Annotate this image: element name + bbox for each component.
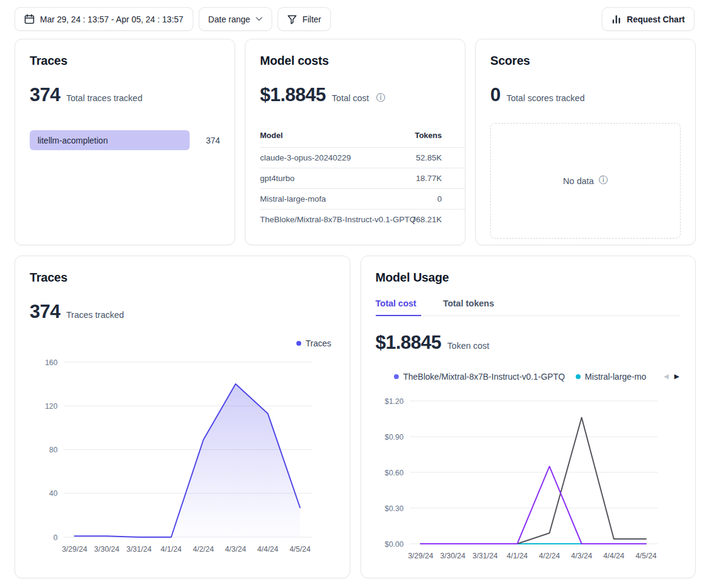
- svg-text:80: 80: [49, 446, 58, 454]
- cell-cost: [442, 189, 465, 210]
- legend-label: TheBloke/Mixtral-8x7B-Instruct-v0.1-GPTQ: [403, 372, 565, 382]
- trace-name-bar-row: litellm-acompletion374: [30, 130, 220, 150]
- date-range-preset-dropdown[interactable]: Date range: [199, 7, 272, 31]
- info-icon[interactable]: ⓘ: [599, 174, 608, 186]
- date-range-preset-label: Date range: [208, 15, 250, 24]
- trace-name-bar[interactable]: litellm-acompletion: [30, 130, 190, 150]
- traces-line-chart[interactable]: 040801201603/29/243/30/243/31/244/1/244/…: [30, 351, 336, 558]
- legend-item[interactable]: TheBloke/Mixtral-8x7B-Instruct-v0.1-GPTQ: [394, 372, 565, 382]
- legend-item[interactable]: Traces: [296, 339, 331, 348]
- svg-text:3/29/24: 3/29/24: [408, 552, 433, 560]
- svg-text:3/29/24: 3/29/24: [62, 545, 87, 553]
- svg-text:$0.60: $0.60: [384, 469, 403, 477]
- scores-total: 0: [490, 84, 501, 106]
- legend-pager: ◀ ▶: [664, 372, 679, 380]
- svg-text:$0.30: $0.30: [384, 504, 403, 513]
- traces-bar-list: litellm-acompletion374: [30, 130, 220, 150]
- cell-cost: $: [442, 168, 465, 189]
- legend-item[interactable]: Mistral-large-mo: [576, 372, 646, 382]
- model-costs-table-wrap: Model Tokens claude-3-opus-2024022952.85…: [260, 131, 465, 230]
- svg-text:3/31/24: 3/31/24: [126, 545, 152, 553]
- card-title: Model Usage: [376, 271, 681, 285]
- model-usage-legend: TheBloke/Mixtral-8x7B-Instruct-v0.1-GPTQ…: [376, 372, 681, 382]
- cell-cost: [442, 210, 465, 230]
- legend-dot-icon: [576, 374, 581, 379]
- scores-card: Scores 0 Total scores tracked No data ⓘ: [475, 39, 696, 245]
- model-costs-card: Model costs $1.8845 Total cost ⓘ Model T…: [245, 39, 465, 245]
- tab-total-tokens[interactable]: Total tokens: [443, 299, 499, 316]
- svg-text:160: 160: [45, 358, 58, 367]
- chevron-down-icon: [256, 17, 262, 21]
- traces-chart-total-label: Traces tracked: [66, 310, 124, 320]
- cell-model: gpt4turbo: [260, 168, 400, 189]
- no-data-box: No data ⓘ: [490, 123, 681, 239]
- svg-text:4/4/24: 4/4/24: [258, 545, 279, 553]
- svg-text:0: 0: [53, 533, 58, 542]
- svg-text:3/31/24: 3/31/24: [472, 552, 498, 560]
- request-chart-label: Request Chart: [627, 15, 685, 24]
- model-usage-line-chart[interactable]: $0.00$0.30$0.60$0.90$1.203/29/243/30/243…: [376, 390, 682, 564]
- cell-tokens: 18.77K: [400, 168, 442, 189]
- svg-text:$1.20: $1.20: [384, 397, 403, 406]
- calendar-icon: [24, 14, 35, 24]
- chart-cards-row: Traces 374 Traces tracked Traces 0408012…: [15, 256, 696, 578]
- dashboard-page: Mar 29, 24 : 13:57 - Apr 05, 24 : 13:57 …: [0, 0, 703, 588]
- svg-text:4/3/24: 4/3/24: [571, 552, 592, 560]
- table-row: claude-3-opus-2024022952.85K$: [260, 148, 465, 168]
- model-costs-total: $1.8845: [260, 84, 326, 106]
- model-usage-total-label: Token cost: [447, 341, 489, 351]
- request-chart-button[interactable]: Request Chart: [602, 7, 695, 31]
- svg-text:3/30/24: 3/30/24: [440, 552, 465, 560]
- summary-cards-row: Traces 374 Total traces tracked litellm-…: [15, 39, 696, 245]
- toolbar: Mar 29, 24 : 13:57 - Apr 05, 24 : 13:57 …: [15, 7, 696, 31]
- bar-chart-icon: [611, 15, 621, 24]
- date-range-picker-button[interactable]: Mar 29, 24 : 13:57 - Apr 05, 24 : 13:57: [15, 7, 193, 31]
- legend-prev-icon[interactable]: ◀: [664, 372, 668, 380]
- cell-tokens: 0: [400, 189, 442, 210]
- legend-dot-icon: [296, 341, 301, 346]
- model-usage-total: $1.8845: [376, 332, 442, 354]
- card-title: Scores: [490, 54, 681, 68]
- date-range-value: Mar 29, 24 : 13:57 - Apr 05, 24 : 13:57: [40, 15, 184, 24]
- traces-total: 374: [30, 84, 60, 106]
- cell-tokens: 52.85K: [400, 148, 442, 168]
- table-row: gpt4turbo18.77K$: [260, 168, 465, 189]
- legend-next-icon[interactable]: ▶: [675, 372, 679, 380]
- scores-total-label: Total scores tracked: [507, 93, 585, 103]
- model-usage-tabs: Total costTotal tokens: [376, 299, 681, 316]
- tab-total-cost[interactable]: Total cost: [376, 299, 421, 316]
- model-costs-total-label: Total cost: [332, 93, 369, 103]
- info-icon[interactable]: ⓘ: [376, 92, 385, 104]
- cell-model: Mistral-large-mofa: [260, 189, 400, 210]
- svg-text:4/5/24: 4/5/24: [635, 552, 656, 560]
- table-row: TheBloke/Mixtral-8x7B-Instruct-v0.1-GPTQ…: [260, 210, 465, 230]
- column-header-tokens: Tokens: [400, 131, 442, 148]
- table-row: Mistral-large-mofa0: [260, 189, 465, 210]
- trace-count: 374: [206, 136, 220, 145]
- svg-text:$0.90: $0.90: [384, 433, 403, 441]
- svg-text:40: 40: [49, 489, 58, 498]
- model-usage-card: Model Usage Total costTotal tokens $1.88…: [361, 256, 696, 578]
- svg-text:4/5/24: 4/5/24: [290, 545, 311, 553]
- svg-text:4/2/24: 4/2/24: [193, 545, 214, 553]
- column-header-model: Model: [260, 131, 400, 148]
- card-title: Traces: [30, 54, 220, 68]
- model-costs-table: Model Tokens claude-3-opus-2024022952.85…: [260, 131, 465, 230]
- svg-text:4/3/24: 4/3/24: [225, 545, 246, 553]
- legend-label: Traces: [305, 339, 331, 348]
- traces-chart-card: Traces 374 Traces tracked Traces 0408012…: [15, 256, 350, 578]
- filter-button[interactable]: Filter: [278, 7, 331, 31]
- svg-text:3/30/24: 3/30/24: [94, 545, 119, 553]
- legend-label: Mistral-large-mo: [585, 372, 646, 382]
- cell-model: claude-3-opus-20240229: [260, 148, 400, 168]
- svg-text:4/4/24: 4/4/24: [603, 552, 624, 560]
- no-data-text: No data: [563, 176, 594, 186]
- traces-total-label: Total traces tracked: [66, 93, 142, 103]
- traces-summary-card: Traces 374 Total traces tracked litellm-…: [15, 39, 235, 245]
- legend-dot-icon: [394, 374, 399, 379]
- svg-text:4/2/24: 4/2/24: [539, 552, 560, 560]
- card-title: Model costs: [260, 54, 450, 68]
- svg-text:120: 120: [45, 402, 58, 411]
- cell-cost: $: [442, 148, 465, 168]
- cell-model: TheBloke/Mixtral-8x7B-Instruct-v0.1-GPTQ: [260, 210, 400, 230]
